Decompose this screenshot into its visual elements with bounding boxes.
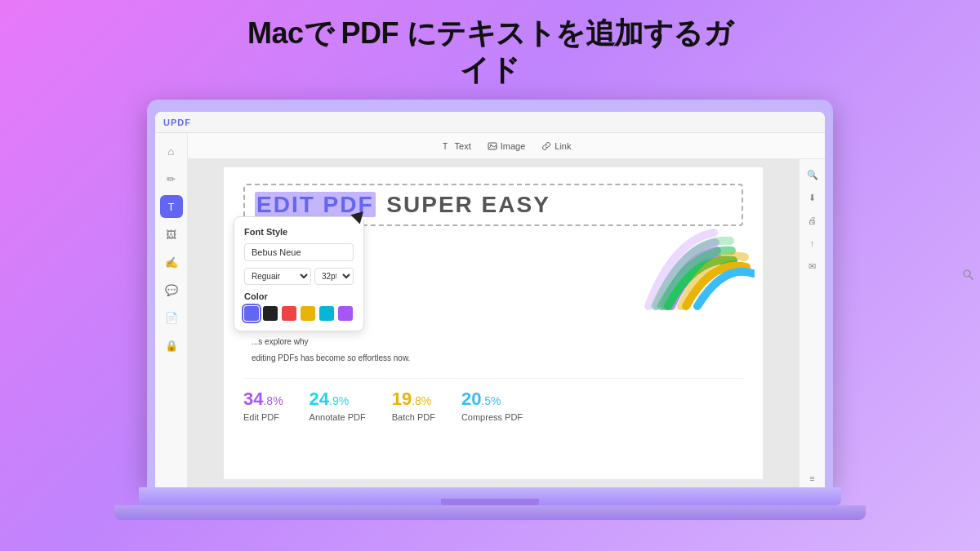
color-swatch-teal[interactable] [319,306,334,321]
page-title: Macで PDF にテキストを追加するガ イド [247,15,733,88]
right-panel-print[interactable]: 🖨 [804,211,822,229]
app-window: UPDF ⌂ ✏ T 🖼 ✍ 💬 📄 🔒 [155,112,825,487]
pdf-content-area: EDIT PDF SUPER EASY Font Style [188,159,825,487]
color-swatch-purple[interactable] [244,306,259,321]
sidebar-home-icon[interactable]: ⌂ [160,140,183,162]
font-style-title: Font Style [244,227,354,237]
right-panel-bottom1[interactable]: ≡ [804,469,822,487]
font-style-panel: Font Style Reguair Bold Italic [234,216,364,331]
sidebar-text-icon[interactable]: T [160,195,183,218]
svg-text:T: T [443,142,448,151]
stat-number-edit: 34.8% [243,389,283,410]
stat-label-batch: Batch PDF [392,412,435,422]
laptop-base [139,487,841,505]
right-panel: 🔍 ⬇ 🖨 ↑ ✉ ≡ [799,159,825,487]
stat-number-annotate: 24.9% [310,389,350,410]
laptop-keyboard [114,505,866,520]
wifi-illustration [624,208,755,322]
color-swatch-violet[interactable] [338,306,353,321]
stat-number-compress: 20.5% [461,389,501,410]
color-label: Color [244,291,354,301]
font-size-select[interactable]: 32pt 24pt 16pt [314,268,354,285]
right-panel-share[interactable]: ↑ [804,234,822,252]
stat-annotate-pdf: 24.9% Annotate PDF [310,389,366,422]
sidebar-pages-icon[interactable]: 📄 [160,306,183,329]
app-logo: UPDF [163,118,191,127]
super-easy-text: SUPER EASY [379,192,550,218]
pdf-page: EDIT PDF SUPER EASY Font Style [224,167,763,479]
laptop-frame: UPDF ⌂ ✏ T 🖼 ✍ 💬 📄 🔒 [147,100,833,520]
laptop-screen: UPDF ⌂ ✏ T 🖼 ✍ 💬 📄 🔒 [147,100,833,487]
sidebar-edit-icon[interactable]: ✏ [160,167,183,190]
toolbar-link[interactable]: Link [541,141,571,151]
right-panel-search[interactable]: 🔍 [804,166,822,184]
stats-row: 34.8% Edit PDF 24.9% Annotate PDF [243,378,743,422]
color-swatch-black[interactable] [263,306,278,321]
color-swatch-yellow[interactable] [301,306,315,321]
sidebar-comment-icon[interactable]: 💬 [160,278,183,301]
stat-label-edit: Edit PDF [243,412,279,422]
stat-batch-pdf: 19.8% Batch PDF [392,389,435,422]
stat-label-compress: Compress PDF [461,412,523,422]
stat-number-batch: 19.8% [392,389,432,410]
toolbar-text[interactable]: T Text [442,141,471,151]
color-swatch-red[interactable] [282,306,296,321]
color-swatches [244,306,354,321]
sidebar-protect-icon[interactable]: 🔒 [160,334,183,357]
stat-compress-pdf: 20.5% Compress PDF [461,389,523,422]
toolbar: T Text Image Link [188,133,825,159]
main-area: T Text Image Link [188,133,825,487]
sidebar-sign-icon[interactable]: ✍ [160,251,183,273]
toolbar-image[interactable]: Image [488,141,526,151]
app-content: ⌂ ✏ T 🖼 ✍ 💬 📄 🔒 T Text [155,133,825,487]
font-name-input[interactable] [244,243,354,261]
sidebar-image-icon[interactable]: 🖼 [160,223,183,246]
left-sidebar: ⌂ ✏ T 🖼 ✍ 💬 📄 🔒 [155,133,188,487]
right-panel-mail[interactable]: ✉ [804,257,822,275]
font-controls: Reguair Bold Italic 32pt 24pt 16pt [244,268,354,285]
stat-label-annotate: Annotate PDF [310,412,366,422]
font-style-select[interactable]: Reguair Bold Italic [244,268,311,285]
right-panel-download[interactable]: ⬇ [804,189,822,207]
app-titlebar: UPDF [155,112,825,133]
stat-edit-pdf: 34.8% Edit PDF [243,389,283,422]
